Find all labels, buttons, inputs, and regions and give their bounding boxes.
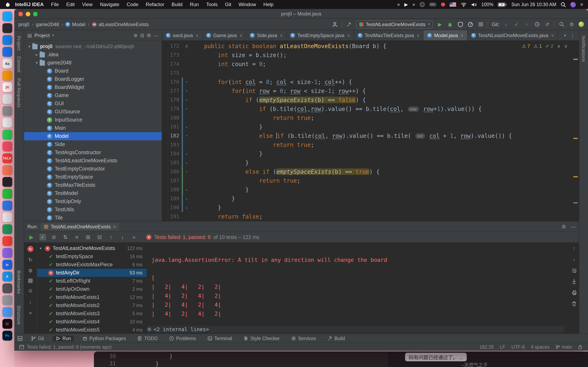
more-options-icon[interactable]: » bbox=[27, 309, 34, 316]
tree-item-inputsource[interactable]: IInputSource bbox=[24, 116, 162, 124]
spotlight-search-icon[interactable] bbox=[561, 2, 566, 7]
dock-icon-notes[interactable] bbox=[2, 94, 12, 104]
tool-stripe-bookmarks[interactable]: Bookmarks bbox=[17, 270, 21, 294]
test-row-testleftorright[interactable]: ✓testLeftOrRight7 ms bbox=[37, 277, 147, 285]
tab-side-java[interactable]: CSide.java× bbox=[246, 30, 287, 40]
siri-icon[interactable] bbox=[571, 2, 576, 7]
menu-pill-icon[interactable]: ••• bbox=[429, 2, 437, 7]
scrollbar-warning-mark[interactable] bbox=[573, 59, 578, 60]
dock-icon-calendar[interactable]: 26 bbox=[2, 82, 12, 92]
profiler-button[interactable] bbox=[467, 21, 474, 27]
collapse-all-icon[interactable]: ⊟ bbox=[96, 234, 103, 240]
tool-stripe-notifications[interactable]: Notifications bbox=[581, 36, 586, 62]
dock-icon-excel[interactable] bbox=[2, 224, 12, 234]
event-log-icon[interactable] bbox=[19, 344, 24, 349]
code-text[interactable]: } bbox=[190, 203, 221, 212]
code-line-179[interactable]: 179▾if (b.tile(col,row).value() == b.til… bbox=[162, 104, 579, 113]
tool-window-button-style-checker[interactable]: Style Checker bbox=[241, 335, 283, 341]
fold-icon[interactable]: ▴ bbox=[183, 185, 190, 194]
tree-item-testutils[interactable]: CTestUtils bbox=[24, 206, 162, 214]
code-text[interactable]: return false; bbox=[190, 212, 263, 221]
tree-item-testatleastonemoveexists[interactable]: CTestAtLeastOneMoveExists bbox=[24, 157, 162, 165]
dock-icon-appletv[interactable]: tv bbox=[2, 260, 12, 269]
more-actions-icon[interactable]: » bbox=[131, 234, 137, 240]
code-text[interactable]: int count = 0; bbox=[190, 59, 266, 68]
close-tab-icon[interactable]: × bbox=[417, 33, 420, 38]
screenshot-icon[interactable]: ⊙ bbox=[27, 287, 34, 294]
console-folded-lines[interactable]: ⊞ <2 internal lines> bbox=[147, 326, 564, 333]
media-prev-icon[interactable]: « bbox=[397, 2, 400, 7]
fold-icon[interactable]: ▴ bbox=[183, 158, 190, 167]
clear-console-trash-icon[interactable] bbox=[571, 300, 577, 307]
code-text[interactable]: } bbox=[190, 194, 235, 203]
dock-icon-maps[interactable] bbox=[2, 130, 12, 140]
tree-item-game2048[interactable]: ▾game2048 bbox=[24, 59, 162, 67]
code-text[interactable]: if (emptySpaceExists(b) == false) { bbox=[190, 95, 366, 104]
inspections-widget[interactable]: ⚠ 7 ⚠ 1 ✔ 2 ∧ ∨ bbox=[522, 43, 568, 49]
chevron-down-icon[interactable]: ▾ bbox=[52, 33, 54, 37]
plugin-status-icon[interactable] bbox=[579, 22, 584, 27]
window-title-bar[interactable]: proj0 – Model.java bbox=[14, 9, 588, 19]
code-editor[interactable]: 172@public static boolean atLeastOneMove… bbox=[162, 41, 579, 221]
code-text[interactable]: int size = b.size(); bbox=[190, 50, 287, 59]
tree-item-gui[interactable]: CGUI bbox=[24, 100, 162, 108]
tree-item-testemptyconstructor[interactable]: CTestEmptyConstructor bbox=[24, 165, 162, 173]
code-line-175[interactable]: 175 bbox=[162, 68, 579, 77]
git-rollback-icon[interactable]: ↺ bbox=[544, 21, 550, 27]
dock-icon-wechat[interactable] bbox=[2, 189, 12, 199]
tree-item-game[interactable]: CGame bbox=[24, 91, 162, 100]
code-text[interactable]: } bbox=[190, 122, 263, 131]
hidden-tabs-chevron-icon[interactable]: ▾ bbox=[564, 33, 566, 37]
dock-icon-photos[interactable] bbox=[2, 118, 12, 128]
tool-window-button-todo[interactable]: TODO bbox=[135, 335, 161, 341]
show-passed-toggle[interactable]: ✓ bbox=[40, 234, 46, 240]
search-everywhere-icon[interactable] bbox=[558, 21, 565, 27]
close-tab-icon[interactable]: × bbox=[240, 33, 242, 38]
dock-icon-camera[interactable] bbox=[2, 295, 12, 305]
scrollbar-info-mark[interactable] bbox=[573, 202, 578, 203]
dock-icon-app-dark[interactable] bbox=[2, 23, 12, 33]
tool-stripe-structure[interactable]: Structure bbox=[17, 305, 21, 325]
tool-window-button-python-packages[interactable]: Python Packages bbox=[80, 335, 129, 341]
status-message[interactable]: Tests failed: 1, passed: 9 (moments ago) bbox=[27, 344, 112, 349]
test-row-testnomoveexists2[interactable]: ✓testNoMoveExists27 ms bbox=[37, 301, 147, 309]
menu-window[interactable]: Window bbox=[235, 2, 260, 7]
breadcrumb-proj0[interactable]: proj0 bbox=[18, 21, 29, 27]
fold-icon[interactable]: ▾ bbox=[183, 167, 190, 176]
wifi-icon[interactable] bbox=[461, 2, 467, 7]
tab-model-java[interactable]: CModel.java× bbox=[424, 30, 467, 40]
fold-icon[interactable]: ▴ bbox=[183, 122, 190, 131]
dock-icon-safari[interactable] bbox=[2, 35, 12, 45]
close-tab-icon[interactable]: × bbox=[551, 33, 554, 38]
tool-stripe-commit[interactable]: Commit bbox=[17, 57, 21, 73]
stop-process-icon[interactable] bbox=[28, 278, 33, 283]
code-text[interactable]: } bbox=[190, 158, 249, 167]
dock-icon-talk[interactable]: TALK bbox=[2, 153, 12, 163]
git-commit-icon[interactable]: ✓ bbox=[513, 21, 520, 27]
menu-code[interactable]: Code bbox=[123, 2, 142, 7]
dock-icon-music-red[interactable] bbox=[2, 236, 12, 246]
code-line-182[interactable]: 182▾else if (b.tile(col, row).value() ==… bbox=[162, 131, 579, 140]
background-editor-window[interactable]: 30 } 31 } 码有问题已经通过了。 ... --天然气之子 bbox=[94, 351, 588, 367]
tool-window-button-git[interactable]: Git bbox=[28, 335, 47, 341]
caret-position[interactable]: 182:26 bbox=[479, 344, 494, 349]
menu-build[interactable]: Build bbox=[168, 2, 186, 7]
dock-icon-sketch[interactable] bbox=[2, 212, 12, 222]
fold-icon[interactable]: ▾ bbox=[183, 131, 190, 140]
test-row-testnomoveexists5[interactable]: ✓testNoMoveExists54 ms bbox=[37, 326, 147, 334]
fold-icon[interactable]: ▴ bbox=[183, 149, 190, 158]
close-tab-icon[interactable]: × bbox=[280, 33, 283, 38]
tab-testatleastonemoveexists-java[interactable]: CTestAtLeastOneMoveExists.java× bbox=[467, 30, 558, 40]
code-line-187[interactable]: 187return true; bbox=[162, 176, 579, 185]
code-text[interactable]: if (b.tile(col,row).value() == b.tile(co… bbox=[190, 104, 482, 113]
code-line-177[interactable]: 177▾for(int row = 0; row < size-1; row++… bbox=[162, 86, 579, 95]
rerun-failed-tests-icon[interactable]: ↻ bbox=[27, 246, 34, 252]
project-panel-title[interactable]: Project bbox=[35, 33, 50, 38]
input-language-flag-icon[interactable] bbox=[450, 2, 456, 7]
expand-arrow[interactable]: ▸ bbox=[34, 53, 40, 57]
scroll-to-end-icon[interactable] bbox=[571, 278, 577, 285]
expand-all-icon[interactable]: ⊞ bbox=[85, 234, 91, 240]
tab-game-java[interactable]: CGame.java× bbox=[203, 30, 246, 40]
tree-item-testemptyspace[interactable]: CTestEmptySpace bbox=[24, 173, 162, 181]
test-row-testupordown[interactable]: ✓testUpOrDown2 ms bbox=[37, 285, 147, 293]
